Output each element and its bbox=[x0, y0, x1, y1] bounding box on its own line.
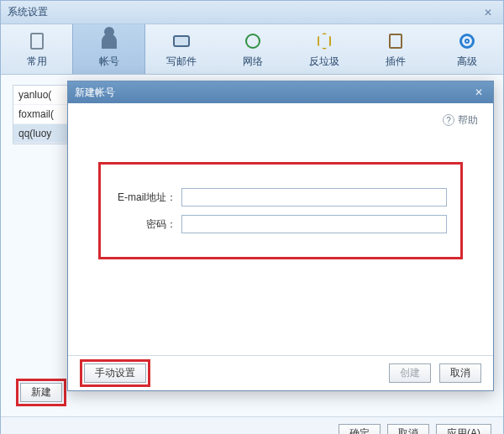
gear-icon bbox=[455, 31, 479, 51]
help-link[interactable]: ?帮助 bbox=[443, 113, 478, 128]
password-label: 密码： bbox=[109, 217, 181, 232]
tab-advanced[interactable]: 高级 bbox=[432, 24, 503, 74]
shield-icon bbox=[312, 31, 336, 51]
tab-account-label: 帐号 bbox=[73, 55, 144, 69]
dialog-body: ?帮助 E-mail地址： 密码： bbox=[68, 103, 493, 355]
tab-antispam-label: 反垃圾 bbox=[289, 55, 360, 69]
tab-network-label: 网络 bbox=[217, 55, 288, 69]
help-icon: ? bbox=[443, 114, 454, 126]
account-icon bbox=[97, 31, 121, 51]
email-input[interactable] bbox=[181, 188, 447, 207]
window-title: 系统设置 bbox=[8, 5, 480, 19]
form-highlight: E-mail地址： 密码： bbox=[98, 162, 463, 259]
new-button[interactable]: 新建 bbox=[20, 383, 62, 402]
ok-button[interactable]: 确定 bbox=[339, 424, 381, 434]
tab-plugin-label: 插件 bbox=[360, 55, 432, 69]
password-field-row: 密码： bbox=[109, 215, 447, 233]
titlebar: 系统设置 ✕ bbox=[1, 1, 503, 24]
new-button-highlight: 新建 bbox=[16, 379, 66, 406]
tab-compose-label: 写邮件 bbox=[145, 55, 217, 69]
help-label: 帮助 bbox=[458, 114, 478, 126]
common-icon bbox=[25, 31, 49, 51]
manual-setup-button[interactable]: 手动设置 bbox=[84, 363, 146, 383]
tab-advanced-label: 高级 bbox=[432, 55, 503, 69]
apply-button[interactable]: 应用(A) bbox=[436, 424, 491, 434]
dialog-title: 新建帐号 bbox=[75, 86, 471, 100]
tab-plugin[interactable]: 插件 bbox=[360, 24, 432, 74]
tab-network[interactable]: 网络 bbox=[217, 24, 288, 74]
tab-compose[interactable]: 写邮件 bbox=[145, 24, 217, 74]
cancel-button[interactable]: 取消 bbox=[387, 424, 429, 434]
tab-antispam[interactable]: 反垃圾 bbox=[289, 24, 360, 74]
toolbar: 常用 帐号 写邮件 网络 反垃圾 插件 高级 bbox=[1, 24, 503, 75]
password-input[interactable] bbox=[181, 215, 447, 233]
tab-account[interactable]: 帐号 bbox=[72, 24, 145, 74]
close-icon[interactable]: ✕ bbox=[471, 86, 486, 98]
email-label: E-mail地址： bbox=[109, 191, 181, 205]
tab-common[interactable]: 常用 bbox=[1, 24, 72, 74]
dialog-footer: 手动设置 创建 取消 bbox=[68, 355, 493, 390]
new-account-dialog: 新建帐号 ✕ ?帮助 E-mail地址： 密码： 手动设置 创建 取消 bbox=[67, 81, 494, 391]
tab-common-label: 常用 bbox=[1, 55, 72, 69]
create-button[interactable]: 创建 bbox=[389, 363, 431, 383]
plugin-icon bbox=[384, 31, 407, 51]
dialog-cancel-button[interactable]: 取消 bbox=[439, 363, 481, 383]
dialog-titlebar: 新建帐号 ✕ bbox=[68, 81, 493, 103]
manual-button-highlight: 手动设置 bbox=[80, 359, 150, 387]
globe-icon bbox=[241, 31, 265, 51]
close-icon[interactable]: ✕ bbox=[480, 7, 496, 18]
main-footer: 确定 取消 应用(A) bbox=[1, 416, 503, 434]
compose-icon bbox=[170, 31, 193, 51]
email-field-row: E-mail地址： bbox=[109, 188, 447, 207]
